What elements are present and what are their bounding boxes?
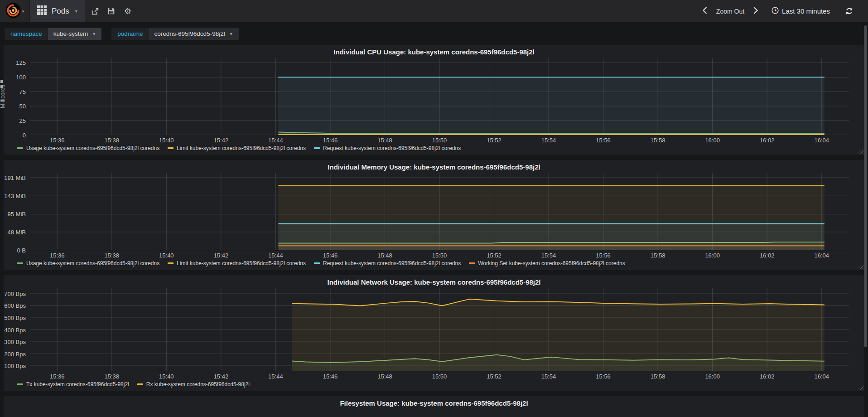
save-button[interactable]	[104, 4, 119, 19]
panel-title[interactable]: Individual CPU Usage: kube-system coredn…	[4, 47, 864, 57]
x-tick-label: 15:56	[596, 137, 611, 144]
panel-title[interactable]: Filesystem Usage: kube-system coredns-69…	[4, 398, 864, 408]
variable-podname: podname coredns-695f96dcd5-98j2l ▼	[111, 28, 238, 40]
grafana-menu-button[interactable]: ▾	[0, 0, 30, 22]
time-range-button[interactable]: Last 30 minutes	[772, 7, 830, 15]
y-tick-label: 125	[16, 59, 26, 66]
x-tick-label: 15:38	[105, 137, 120, 144]
legend-item[interactable]: Usage kube-system coredns-695f96dcd5-98j…	[17, 145, 159, 151]
y-tick-label: 600 Bps	[4, 302, 26, 309]
dashboard-picker[interactable]: Pods ▾	[30, 0, 85, 22]
x-tick-label: 15:48	[377, 137, 392, 144]
x-tick-label: 16:00	[705, 137, 720, 144]
legend-item[interactable]: Usage kube-system coredns-695f96dcd5-98j…	[17, 260, 159, 267]
legend-item[interactable]: Rx kube-system coredns-695f96dcd5-98j2l	[137, 381, 250, 388]
x-tick-label: 15:52	[487, 252, 502, 259]
y-tick-label: 143 MiB	[4, 193, 26, 199]
x-tick-label: 15:40	[159, 252, 174, 259]
panel-title[interactable]: Individual Network Usage: kube-system co…	[4, 277, 864, 287]
refresh-button[interactable]	[842, 4, 856, 19]
legend-label: Request kube-system coredns-695f96dcd5-9…	[323, 260, 461, 267]
panel-memory-usage: Individual Memory Usage: kube-system cor…	[4, 160, 864, 270]
network-legend: Tx kube-system coredns-695f96dcd5-98j2lR…	[4, 381, 864, 391]
legend-item[interactable]: Tx kube-system coredns-695f96dcd5-98j2l	[17, 381, 129, 388]
memory-plot[interactable]	[30, 173, 849, 250]
x-tick-label: 15:50	[432, 252, 447, 259]
legend-label: Tx kube-system coredns-695f96dcd5-98j2l	[26, 381, 129, 388]
legend-swatch	[17, 147, 23, 149]
navbar-spacer	[138, 0, 700, 22]
memory-legend: Usage kube-system coredns-695f96dcd5-98j…	[4, 260, 864, 270]
share-button[interactable]	[88, 4, 102, 19]
network-chart-area: 100 Bps200 Bps300 Bps400 Bps500 Bps600 B…	[4, 288, 864, 371]
navbar: ▾ Pods ▾	[0, 0, 868, 22]
cpu-chart-area: Millicores 0255075100125	[4, 58, 864, 135]
chevron-right-icon[interactable]	[751, 7, 761, 16]
series-fill	[292, 299, 825, 371]
x-tick-label: 15:52	[487, 373, 502, 380]
cpu-plot[interactable]	[30, 58, 849, 135]
cpu-legend: Usage kube-system coredns-695f96dcd5-98j…	[4, 145, 864, 155]
chevron-left-icon[interactable]	[700, 7, 710, 16]
gear-icon[interactable]: ⚙	[121, 4, 135, 19]
x-tick-label: 16:04	[814, 137, 829, 144]
x-tick-label: 15:36	[50, 373, 65, 380]
legend-item[interactable]: Request kube-system coredns-695f96dcd5-9…	[314, 145, 461, 151]
x-tick-label: 15:46	[323, 252, 338, 259]
chevron-down-icon: ▾	[75, 9, 77, 14]
x-tick-label: 16:02	[760, 252, 775, 259]
x-tick-label: 15:36	[50, 252, 65, 259]
x-tick-label: 16:00	[705, 373, 720, 380]
legend-swatch	[314, 147, 320, 149]
x-tick-label: 16:04	[814, 373, 829, 380]
dashboard-title: Pods	[52, 7, 69, 16]
legend-item[interactable]: Working Set kube-system coredns-695f96dc…	[469, 260, 625, 267]
x-tick-label: 15:42	[214, 373, 229, 380]
x-tick-label: 16:02	[760, 373, 775, 380]
x-tick-label: 15:54	[541, 373, 556, 380]
x-tick-label: 15:56	[596, 373, 611, 380]
x-tick-label: 15:40	[159, 137, 174, 144]
time-controls: Zoom Out Last 30 minutes	[700, 0, 868, 22]
scrollbar-thumb[interactable]	[864, 25, 867, 347]
x-tick-label: 15:54	[541, 252, 556, 259]
legend-item[interactable]: Limit kube-system coredns-695f96dcd5-98j…	[168, 260, 306, 267]
panel-title[interactable]: Individual Memory Usage: kube-system cor…	[4, 162, 864, 172]
dashboard-panels: Individual CPU Usage: kube-system coredn…	[0, 45, 868, 417]
x-tick-label: 15:50	[432, 137, 447, 144]
x-tick-label: 15:58	[651, 252, 665, 259]
legend-item[interactable]: Request kube-system coredns-695f96dcd5-9…	[314, 260, 461, 267]
network-plot[interactable]	[30, 288, 849, 371]
x-tick-label: 15:46	[323, 373, 338, 380]
y-tick-label: 0	[23, 132, 26, 139]
panel-network-usage: Individual Network Usage: kube-system co…	[4, 275, 864, 391]
zoom-out-button[interactable]: Zoom Out	[714, 8, 746, 15]
x-tick-label: 15:46	[323, 137, 338, 144]
legend-item[interactable]: Limit kube-system coredns-695f96dcd5-98j…	[168, 145, 306, 151]
x-tick-label: 15:44	[268, 137, 283, 144]
variable-namespace-select[interactable]: kube-system ▼	[48, 28, 101, 40]
variable-podname-select[interactable]: coredns-695f96dcd5-98j2l ▼	[149, 28, 239, 40]
x-tick-label: 15:50	[432, 373, 447, 380]
legend-swatch	[168, 147, 174, 149]
variable-namespace: namespace kube-system ▼	[5, 28, 101, 40]
series-fill	[278, 77, 824, 135]
x-tick-label: 16:04	[814, 252, 829, 259]
memory-chart-area: 0 B48 MiB95 MiB143 MiB191 MiB	[4, 173, 864, 250]
y-tick-label: 25	[19, 117, 26, 124]
y-axis-labels: 0 B48 MiB95 MiB143 MiB191 MiB	[4, 173, 30, 250]
variable-podname-label: podname	[111, 28, 149, 40]
time-range-label: Last 30 minutes	[782, 7, 830, 15]
y-tick-label: 75	[19, 88, 26, 95]
y-axis-labels: 100 Bps200 Bps300 Bps400 Bps500 Bps600 B…	[4, 288, 30, 371]
x-tick-label: 15:56	[596, 252, 611, 259]
legend-label: Usage kube-system coredns-695f96dcd5-98j…	[26, 145, 159, 151]
legend-swatch	[469, 262, 475, 264]
y-tick-label: 500 Bps	[4, 314, 26, 321]
legend-label: Usage kube-system coredns-695f96dcd5-98j…	[26, 260, 159, 267]
y-tick-label: 50	[19, 103, 26, 110]
row-drag-handle[interactable]	[0, 80, 3, 90]
variable-namespace-label: namespace	[5, 28, 48, 40]
x-axis-labels: 15:3615:3815:4015:4215:4415:4615:4815:50…	[30, 250, 849, 260]
x-tick-label: 15:40	[159, 373, 174, 380]
